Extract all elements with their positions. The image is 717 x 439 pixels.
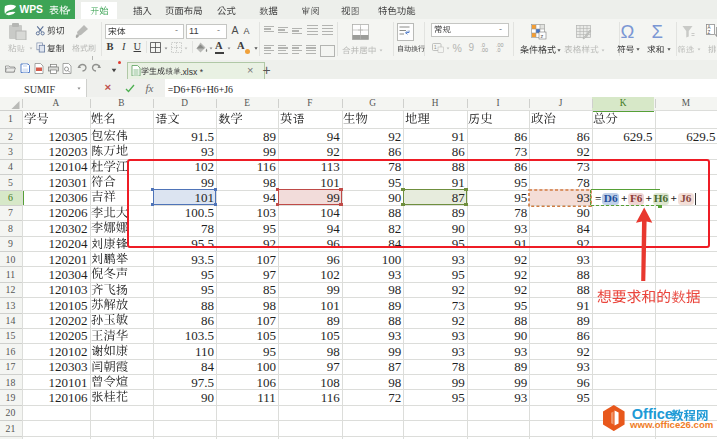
svg-text:A: A [708, 25, 711, 30]
svg-text:1: 1 [434, 45, 437, 50]
svg-text:z: z [541, 33, 544, 39]
svg-text:Z: Z [708, 30, 711, 35]
